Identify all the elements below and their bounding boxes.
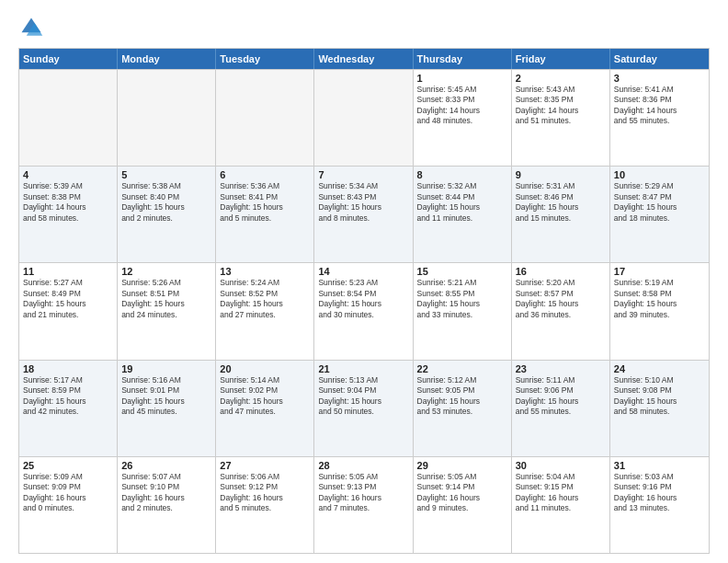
day-info: Sunrise: 5:21 AM Sunset: 8:55 PM Dayligh… xyxy=(417,278,507,320)
page: SundayMondayTuesdayWednesdayThursdayFrid… xyxy=(0,0,728,563)
calendar-cell xyxy=(314,70,413,166)
calendar-cell: 2Sunrise: 5:43 AM Sunset: 8:35 PM Daylig… xyxy=(512,70,610,166)
day-info: Sunrise: 5:13 AM Sunset: 9:04 PM Dayligh… xyxy=(318,375,408,418)
day-info: Sunrise: 5:05 AM Sunset: 9:13 PM Dayligh… xyxy=(318,472,408,514)
calendar-cell: 10Sunrise: 5:29 AM Sunset: 8:47 PM Dayli… xyxy=(610,167,709,262)
day-info: Sunrise: 5:36 AM Sunset: 8:41 PM Dayligh… xyxy=(220,181,310,224)
day-number: 25 xyxy=(23,460,113,471)
calendar-cell xyxy=(216,70,314,166)
day-info: Sunrise: 5:38 AM Sunset: 8:40 PM Dayligh… xyxy=(121,181,211,224)
day-info: Sunrise: 5:04 AM Sunset: 9:15 PM Dayligh… xyxy=(516,472,606,514)
day-info: Sunrise: 5:27 AM Sunset: 8:49 PM Dayligh… xyxy=(23,278,113,320)
logo-icon xyxy=(18,15,44,40)
calendar-cell: 14Sunrise: 5:23 AM Sunset: 8:54 PM Dayli… xyxy=(314,263,413,359)
day-number: 7 xyxy=(318,169,408,180)
calendar-cell: 9Sunrise: 5:31 AM Sunset: 8:46 PM Daylig… xyxy=(512,167,610,262)
day-info: Sunrise: 5:39 AM Sunset: 8:38 PM Dayligh… xyxy=(23,181,113,224)
day-info: Sunrise: 5:16 AM Sunset: 9:01 PM Dayligh… xyxy=(121,375,211,418)
header-day-monday: Monday xyxy=(118,49,216,69)
calendar-cell: 24Sunrise: 5:10 AM Sunset: 9:08 PM Dayli… xyxy=(610,361,709,456)
calendar-cell: 6Sunrise: 5:36 AM Sunset: 8:41 PM Daylig… xyxy=(216,167,314,262)
day-number: 4 xyxy=(23,169,113,180)
calendar-cell: 19Sunrise: 5:16 AM Sunset: 9:01 PM Dayli… xyxy=(118,361,216,456)
day-info: Sunrise: 5:26 AM Sunset: 8:51 PM Dayligh… xyxy=(121,278,211,320)
day-number: 15 xyxy=(417,266,507,277)
header xyxy=(18,15,710,40)
calendar: SundayMondayTuesdayWednesdayThursdayFrid… xyxy=(18,48,710,554)
day-number: 2 xyxy=(516,73,606,84)
day-number: 28 xyxy=(318,460,408,471)
calendar-row-2: 11Sunrise: 5:27 AM Sunset: 8:49 PM Dayli… xyxy=(19,262,709,359)
calendar-cell: 31Sunrise: 5:03 AM Sunset: 9:16 PM Dayli… xyxy=(610,457,709,553)
day-number: 31 xyxy=(614,460,705,471)
calendar-cell: 28Sunrise: 5:05 AM Sunset: 9:13 PM Dayli… xyxy=(314,457,413,553)
calendar-cell: 27Sunrise: 5:06 AM Sunset: 9:12 PM Dayli… xyxy=(216,457,314,553)
calendar-row-3: 18Sunrise: 5:17 AM Sunset: 8:59 PM Dayli… xyxy=(19,360,709,456)
calendar-cell: 7Sunrise: 5:34 AM Sunset: 8:43 PM Daylig… xyxy=(314,167,413,262)
header-day-tuesday: Tuesday xyxy=(216,49,314,69)
calendar-cell: 30Sunrise: 5:04 AM Sunset: 9:15 PM Dayli… xyxy=(512,457,610,553)
header-day-thursday: Thursday xyxy=(414,49,512,69)
day-number: 30 xyxy=(516,460,606,471)
calendar-cell: 13Sunrise: 5:24 AM Sunset: 8:52 PM Dayli… xyxy=(216,263,314,359)
day-number: 16 xyxy=(516,266,606,277)
day-info: Sunrise: 5:32 AM Sunset: 8:44 PM Dayligh… xyxy=(417,181,507,224)
day-number: 8 xyxy=(417,169,507,180)
calendar-body: 1Sunrise: 5:45 AM Sunset: 8:33 PM Daylig… xyxy=(19,69,709,553)
day-info: Sunrise: 5:41 AM Sunset: 8:36 PM Dayligh… xyxy=(614,85,705,127)
day-number: 21 xyxy=(318,363,408,374)
calendar-header: SundayMondayTuesdayWednesdayThursdayFrid… xyxy=(19,49,709,69)
calendar-row-4: 25Sunrise: 5:09 AM Sunset: 9:09 PM Dayli… xyxy=(19,456,709,553)
calendar-row-0: 1Sunrise: 5:45 AM Sunset: 8:33 PM Daylig… xyxy=(19,69,709,166)
calendar-cell: 11Sunrise: 5:27 AM Sunset: 8:49 PM Dayli… xyxy=(19,263,118,359)
day-info: Sunrise: 5:10 AM Sunset: 9:08 PM Dayligh… xyxy=(614,375,705,418)
day-number: 14 xyxy=(318,266,408,277)
calendar-cell: 4Sunrise: 5:39 AM Sunset: 8:38 PM Daylig… xyxy=(19,167,118,262)
day-number: 27 xyxy=(220,460,310,471)
day-info: Sunrise: 5:23 AM Sunset: 8:54 PM Dayligh… xyxy=(318,278,408,320)
day-info: Sunrise: 5:34 AM Sunset: 8:43 PM Dayligh… xyxy=(318,181,408,224)
day-number: 29 xyxy=(417,460,507,471)
calendar-cell: 22Sunrise: 5:12 AM Sunset: 9:05 PM Dayli… xyxy=(414,361,512,456)
day-number: 24 xyxy=(614,363,705,374)
calendar-cell: 12Sunrise: 5:26 AM Sunset: 8:51 PM Dayli… xyxy=(118,263,216,359)
calendar-cell: 26Sunrise: 5:07 AM Sunset: 9:10 PM Dayli… xyxy=(118,457,216,553)
day-info: Sunrise: 5:43 AM Sunset: 8:35 PM Dayligh… xyxy=(516,85,606,127)
day-number: 5 xyxy=(121,169,211,180)
day-number: 11 xyxy=(23,266,113,277)
calendar-cell xyxy=(19,70,118,166)
header-day-saturday: Saturday xyxy=(610,49,709,69)
day-number: 22 xyxy=(417,363,507,374)
day-info: Sunrise: 5:24 AM Sunset: 8:52 PM Dayligh… xyxy=(220,278,310,320)
day-info: Sunrise: 5:19 AM Sunset: 8:58 PM Dayligh… xyxy=(614,278,705,320)
day-number: 26 xyxy=(121,460,211,471)
day-info: Sunrise: 5:09 AM Sunset: 9:09 PM Dayligh… xyxy=(23,472,113,514)
day-info: Sunrise: 5:29 AM Sunset: 8:47 PM Dayligh… xyxy=(614,181,705,224)
calendar-cell xyxy=(118,70,216,166)
day-number: 18 xyxy=(23,363,113,374)
day-info: Sunrise: 5:12 AM Sunset: 9:05 PM Dayligh… xyxy=(417,375,507,418)
calendar-cell: 20Sunrise: 5:14 AM Sunset: 9:02 PM Dayli… xyxy=(216,361,314,456)
day-number: 9 xyxy=(516,169,606,180)
day-info: Sunrise: 5:17 AM Sunset: 8:59 PM Dayligh… xyxy=(23,375,113,418)
day-number: 20 xyxy=(220,363,310,374)
calendar-cell: 17Sunrise: 5:19 AM Sunset: 8:58 PM Dayli… xyxy=(610,263,709,359)
day-info: Sunrise: 5:20 AM Sunset: 8:57 PM Dayligh… xyxy=(516,278,606,320)
day-number: 23 xyxy=(516,363,606,374)
calendar-cell: 5Sunrise: 5:38 AM Sunset: 8:40 PM Daylig… xyxy=(118,167,216,262)
day-info: Sunrise: 5:31 AM Sunset: 8:46 PM Dayligh… xyxy=(516,181,606,224)
calendar-cell: 8Sunrise: 5:32 AM Sunset: 8:44 PM Daylig… xyxy=(414,167,512,262)
day-number: 10 xyxy=(614,169,705,180)
header-day-wednesday: Wednesday xyxy=(314,49,413,69)
day-number: 19 xyxy=(121,363,211,374)
day-info: Sunrise: 5:03 AM Sunset: 9:16 PM Dayligh… xyxy=(614,472,705,514)
day-number: 13 xyxy=(220,266,310,277)
day-info: Sunrise: 5:06 AM Sunset: 9:12 PM Dayligh… xyxy=(220,472,310,514)
day-number: 1 xyxy=(417,73,507,84)
calendar-row-1: 4Sunrise: 5:39 AM Sunset: 8:38 PM Daylig… xyxy=(19,166,709,262)
calendar-cell: 21Sunrise: 5:13 AM Sunset: 9:04 PM Dayli… xyxy=(314,361,413,456)
day-number: 17 xyxy=(614,266,705,277)
calendar-cell: 3Sunrise: 5:41 AM Sunset: 8:36 PM Daylig… xyxy=(610,70,709,166)
calendar-cell: 15Sunrise: 5:21 AM Sunset: 8:55 PM Dayli… xyxy=(414,263,512,359)
calendar-cell: 16Sunrise: 5:20 AM Sunset: 8:57 PM Dayli… xyxy=(512,263,610,359)
